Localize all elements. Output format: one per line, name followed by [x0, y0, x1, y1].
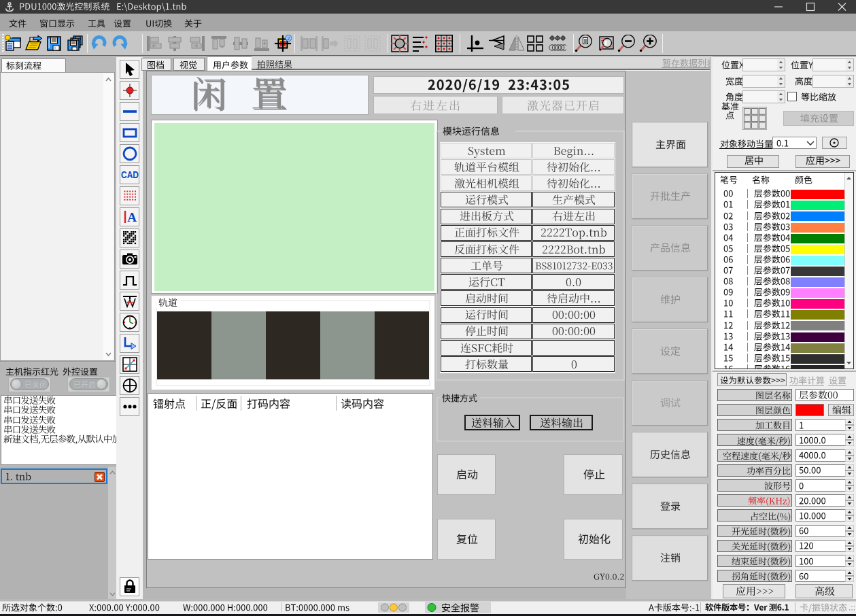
svg-text:A: A	[127, 210, 137, 224]
svg-text:2: 2	[287, 35, 290, 41]
svg-text:CAD: CAD	[121, 169, 139, 180]
